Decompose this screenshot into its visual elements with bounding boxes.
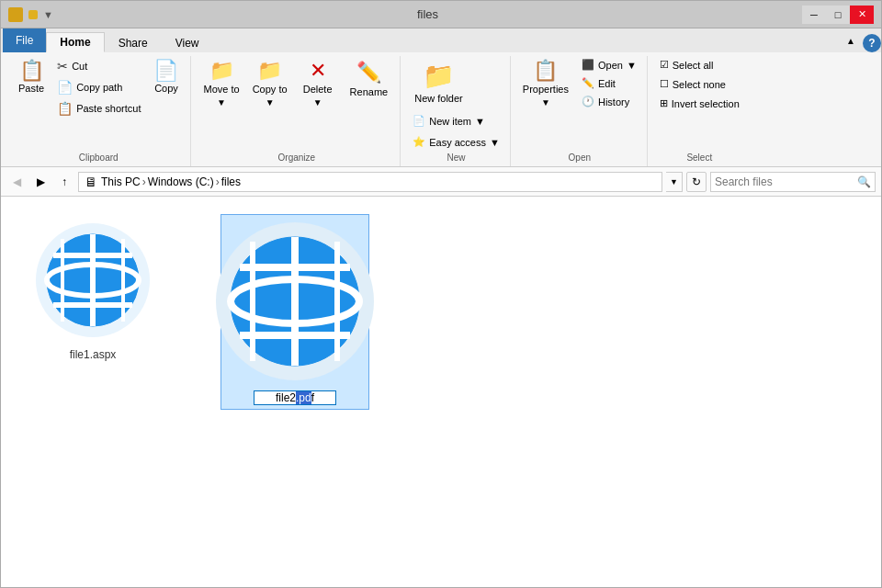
select-all-button[interactable]: ☑ Select all bbox=[655, 56, 718, 74]
history-button[interactable]: 🕐 History bbox=[577, 93, 641, 110]
scissors-icon: ✂ bbox=[57, 59, 68, 74]
copy-to-dropdown[interactable]: ▼ bbox=[248, 97, 292, 108]
properties-split-button: 📋 Properties ▼ bbox=[518, 56, 573, 108]
titlebar-left: ▼ bbox=[8, 7, 53, 22]
search-box[interactable]: 🔍 bbox=[710, 172, 876, 192]
copy-path-icon: 📄 bbox=[57, 80, 73, 95]
new-group-content: 📁 New folder 📄 New item ▼ ⭐ Easy access … bbox=[408, 56, 504, 151]
move-to-dropdown[interactable]: ▼ bbox=[198, 97, 243, 108]
path-files[interactable]: files bbox=[221, 175, 241, 188]
select-all-icon: ☑ bbox=[660, 59, 669, 71]
up-button[interactable]: ↑ bbox=[54, 172, 74, 192]
address-dropdown-button[interactable]: ▼ bbox=[666, 172, 683, 192]
path-this-pc[interactable]: This PC bbox=[101, 175, 141, 188]
ribbon-group-select: ☑ Select all ☐ Select none ⊞ Invert sele… bbox=[650, 56, 750, 166]
properties-dropdown[interactable]: ▼ bbox=[518, 97, 573, 108]
addressbar: ◀ ▶ ↑ 🖥 This PC › Windows (C:) › files ▼… bbox=[1, 167, 881, 197]
invert-selection-button[interactable]: ⊞ Invert selection bbox=[655, 95, 744, 112]
easy-access-button[interactable]: ⭐ Easy access ▼ bbox=[408, 133, 504, 151]
window-title: files bbox=[53, 7, 802, 21]
invert-selection-icon: ⊞ bbox=[660, 97, 668, 109]
delete-dropdown[interactable]: ▼ bbox=[296, 97, 340, 108]
ribbon-right-controls: ▲ ? bbox=[842, 30, 881, 52]
copy-icon: 📄 bbox=[153, 61, 178, 81]
ribbon-group-organize: 📁 Move to ▼ 📁 Copy to ▼ ✕ Delete bbox=[193, 56, 401, 166]
file1-name: file1.aspx bbox=[70, 348, 117, 361]
ribbon-group-clipboard: 📋 Paste ✂ Cut 📄 Copy path 📋 Paste bbox=[6, 56, 191, 166]
new-item-button[interactable]: 📄 New item ▼ bbox=[408, 112, 490, 130]
select-none-icon: ☐ bbox=[660, 78, 669, 90]
clipboard-group-label: Clipboard bbox=[12, 151, 185, 166]
ribbon: File Home Share View ▲ ? 📋 Paste ✂ bbox=[1, 28, 881, 167]
select-none-button[interactable]: ☐ Select none bbox=[655, 75, 730, 93]
help-button[interactable]: ? bbox=[863, 34, 881, 52]
edit-button[interactable]: ✏️ Edit bbox=[577, 74, 641, 92]
tab-view[interactable]: View bbox=[162, 32, 213, 52]
properties-button[interactable]: 📋 Properties bbox=[518, 56, 573, 97]
address-path[interactable]: 🖥 This PC › Windows (C:) › files bbox=[78, 172, 662, 192]
app-icon-small bbox=[28, 10, 38, 19]
cut-button[interactable]: ✂ Cut bbox=[52, 56, 145, 76]
open-group-content: 📋 Properties ▼ ⬛ Open ▼ ✏️ Edit bbox=[518, 56, 641, 151]
new-folder-button[interactable]: 📁 New folder bbox=[408, 56, 469, 108]
paste-shortcut-button[interactable]: 📋 Paste shortcut bbox=[52, 98, 145, 119]
delete-button[interactable]: ✕ Delete bbox=[299, 56, 337, 97]
delete-split-button: ✕ Delete ▼ bbox=[296, 56, 340, 108]
move-to-split-button: 📁 Move to ▼ bbox=[198, 56, 243, 108]
file-area: file1.aspx bbox=[1, 197, 881, 588]
minimize-button[interactable]: ─ bbox=[802, 6, 826, 24]
forward-button[interactable]: ▶ bbox=[30, 172, 51, 192]
copy-path-button[interactable]: 📄 Copy path bbox=[52, 77, 145, 97]
copy-button[interactable]: 📄 Copy bbox=[147, 56, 185, 98]
select-group-content: ☑ Select all ☐ Select none ⊞ Invert sele… bbox=[655, 56, 744, 151]
search-icon: 🔍 bbox=[857, 175, 871, 188]
new-folder-icon: 📁 bbox=[423, 61, 455, 91]
easy-access-icon: ⭐ bbox=[413, 136, 425, 148]
paste-button[interactable]: 📋 Paste bbox=[12, 56, 51, 98]
ribbon-group-new: 📁 New folder 📄 New item ▼ ⭐ Easy access … bbox=[402, 56, 511, 166]
select-group-label: Select bbox=[655, 151, 744, 166]
history-icon: 🕐 bbox=[582, 96, 594, 107]
window-controls: ─ □ ✕ bbox=[802, 6, 874, 24]
new-item-icon: 📄 bbox=[413, 115, 425, 127]
clipboard-col: ✂ Cut 📄 Copy path 📋 Paste shortcut bbox=[52, 56, 145, 119]
open-group-label: Open bbox=[518, 151, 641, 166]
app-icon bbox=[8, 7, 23, 22]
quick-access-bar: ▼ bbox=[43, 9, 53, 20]
ribbon-group-open: 📋 Properties ▼ ⬛ Open ▼ ✏️ Edit bbox=[513, 56, 648, 166]
refresh-button[interactable]: ↻ bbox=[686, 172, 707, 192]
titlebar: ▼ files ─ □ ✕ bbox=[1, 1, 881, 28]
open-button[interactable]: ⬛ Open ▼ bbox=[577, 56, 641, 74]
copy-to-icon: 📁 bbox=[257, 59, 282, 83]
move-to-icon: 📁 bbox=[209, 59, 234, 83]
close-button[interactable]: ✕ bbox=[850, 6, 874, 24]
file-item-2[interactable] bbox=[221, 215, 368, 409]
paste-shortcut-icon: 📋 bbox=[57, 101, 73, 116]
tab-file[interactable]: File bbox=[3, 28, 46, 52]
rename-button[interactable]: ✏️ Rename bbox=[344, 56, 395, 102]
tab-share[interactable]: Share bbox=[105, 32, 162, 52]
maximize-button[interactable]: □ bbox=[826, 6, 850, 24]
edit-icon: ✏️ bbox=[582, 77, 594, 89]
copy-to-button[interactable]: 📁 Copy to bbox=[248, 56, 292, 97]
ribbon-content: 📋 Paste ✂ Cut 📄 Copy path 📋 Paste bbox=[1, 52, 881, 166]
organize-group-label: Organize bbox=[198, 151, 394, 166]
file-item-1[interactable]: file1.aspx bbox=[19, 215, 166, 367]
ribbon-collapse-button[interactable]: ▲ bbox=[842, 34, 859, 48]
move-to-button[interactable]: 📁 Move to bbox=[198, 56, 243, 97]
delete-icon: ✕ bbox=[310, 59, 326, 83]
search-input[interactable] bbox=[715, 175, 855, 188]
paste-icon: 📋 bbox=[19, 61, 44, 81]
tab-home[interactable]: Home bbox=[46, 32, 104, 52]
back-button[interactable]: ◀ bbox=[6, 172, 27, 192]
properties-icon: 📋 bbox=[533, 59, 558, 83]
open-icon: ⬛ bbox=[582, 59, 594, 71]
filename-input[interactable] bbox=[254, 390, 336, 405]
file2-icon bbox=[212, 219, 378, 387]
rename-icon: ✏️ bbox=[356, 61, 381, 85]
organize-group-content: 📁 Move to ▼ 📁 Copy to ▼ ✕ Delete bbox=[198, 56, 394, 151]
file1-icon bbox=[33, 220, 153, 343]
path-computer-icon: 🖥 bbox=[85, 175, 97, 189]
path-windows-c[interactable]: Windows (C:) bbox=[148, 175, 214, 188]
new-group-label: New bbox=[408, 151, 504, 166]
